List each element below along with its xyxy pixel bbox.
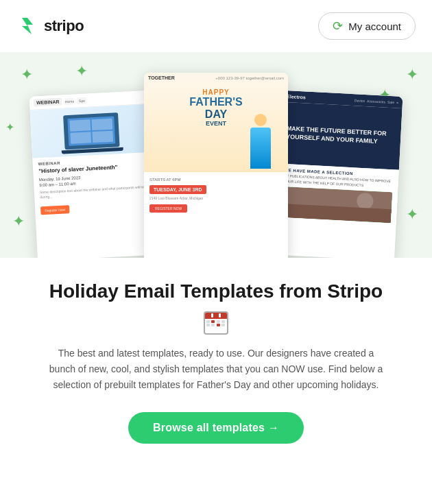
cal-day-highlighted bbox=[211, 320, 215, 323]
screen-cell-1 bbox=[69, 119, 91, 132]
webinar-card-content: WEBINAR "History of slaver Juneteenth" M… bbox=[32, 152, 155, 219]
webinar-body-text: Some description text about the webinar … bbox=[40, 184, 149, 200]
electros-hero-text: MAKE THE FUTURE BETTER FOR YOURSELF AND … bbox=[286, 125, 396, 147]
figure-head bbox=[254, 114, 267, 126]
electros-hero: MAKE THE FUTURE BETTER FOR YOURSELF AND … bbox=[279, 102, 402, 170]
laptop-screen bbox=[67, 117, 115, 147]
fathers-hero-section: HAPPY FATHER'S DAY EVENT bbox=[144, 83, 288, 172]
calendar-grid bbox=[205, 319, 227, 328]
cal-ring-right bbox=[219, 313, 221, 317]
fathers-card-content: STARTS AT 6PM TUESDAY, JUNE 3RD 2149 Los… bbox=[144, 172, 288, 218]
fathers-register-button: REGISTER NOW bbox=[149, 204, 187, 213]
hero-section: ✦ ✦ ✦ ✦ ✦ ✦ ✦ ✦ WEBINAR Home Spe bbox=[0, 52, 432, 258]
fathers-date-badge: TUESDAY, JUNE 3RD bbox=[149, 185, 206, 194]
electros-nav: Device Accessories Sale ≡ bbox=[355, 98, 398, 104]
calendar-icon-wrapper bbox=[27, 311, 405, 335]
figure-body bbox=[250, 128, 271, 169]
electros-nav-device: Device bbox=[355, 98, 365, 103]
electros-nav-accessories: Accessories bbox=[367, 99, 385, 104]
browse-templates-button[interactable]: Browse all templates → bbox=[128, 412, 304, 444]
email-cards-container: WEBINAR Home Spe WEBINAR "History of bbox=[14, 73, 418, 258]
electros-image-overlay bbox=[282, 187, 392, 223]
laptop-shape bbox=[63, 112, 120, 149]
electros-nav-sale: Sale bbox=[387, 99, 394, 104]
cal-ring-left bbox=[211, 313, 213, 317]
screen-cell-3 bbox=[70, 132, 91, 144]
screen-cell-2 bbox=[91, 119, 112, 131]
cal-day bbox=[217, 320, 220, 323]
electros-product-image bbox=[282, 187, 392, 223]
fathers-card-header: TOGETHER +000 123-39-97 together@email.c… bbox=[144, 73, 288, 83]
fathers-starts-text: STARTS AT 6PM bbox=[149, 178, 283, 182]
stripo-logo-icon bbox=[16, 15, 38, 37]
electros-logo: Electros bbox=[287, 94, 306, 99]
webinar-register-button: Register Now bbox=[40, 205, 70, 215]
content-section: Holiday Email Templates from Stripo The … bbox=[0, 258, 432, 463]
cal-day bbox=[206, 324, 210, 326]
webinar-nav2: Spe bbox=[77, 97, 87, 104]
logo: stripo bbox=[16, 15, 84, 37]
cal-day bbox=[221, 320, 225, 323]
fathers-day-email-card: TOGETHER +000 123-39-97 together@email.c… bbox=[144, 73, 288, 258]
logo-text: stripo bbox=[44, 17, 84, 35]
cal-day bbox=[221, 324, 225, 326]
electros-nav-menu: ≡ bbox=[396, 100, 398, 104]
webinar-laptop-image bbox=[30, 104, 152, 158]
header: stripo ⟳ My account bbox=[0, 0, 432, 52]
electros-body: WE HAVE MADE A SELECTION OF PUBLICATIONS… bbox=[276, 164, 399, 228]
screen-cell-4 bbox=[92, 131, 113, 143]
account-icon: ⟳ bbox=[333, 19, 343, 34]
calendar-top-bar bbox=[205, 313, 227, 319]
fathers-figure bbox=[243, 114, 278, 172]
page-title: Holiday Email Templates from Stripo bbox=[27, 280, 405, 303]
cal-day-highlighted bbox=[217, 324, 220, 326]
together-logo: TOGETHER bbox=[148, 75, 175, 80]
fathers-day-title: FATHER'S DAY bbox=[189, 96, 242, 120]
fathers-event-label: EVENT bbox=[206, 120, 226, 127]
my-account-button[interactable]: ⟳ My account bbox=[318, 12, 416, 40]
webinar-logo: WEBINAR bbox=[34, 97, 62, 106]
webinar-email-card: WEBINAR Home Spe WEBINAR "History of bbox=[29, 91, 158, 258]
webinar-nav: Home bbox=[64, 97, 75, 105]
fathers-location: 2149 Lost Blossom Arbor, Michigan bbox=[149, 196, 283, 200]
fathers-happy-text: HAPPY bbox=[202, 88, 229, 96]
cal-day bbox=[206, 320, 210, 323]
laptop-base bbox=[61, 147, 123, 154]
fathers-header-contact: +000 123-39-97 together@email.com bbox=[215, 76, 284, 80]
my-account-label: My account bbox=[348, 21, 401, 32]
cal-day bbox=[211, 324, 215, 326]
calendar-icon bbox=[204, 311, 228, 335]
electros-email-card: Electros Device Accessories Sale ≡ MAKE … bbox=[274, 91, 403, 258]
description-text: The best and latest templates, ready to … bbox=[45, 346, 387, 393]
